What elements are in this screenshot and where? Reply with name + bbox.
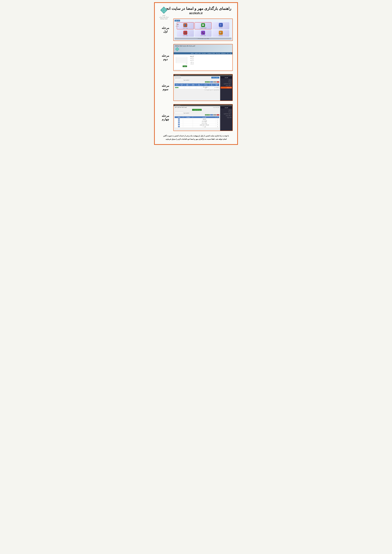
ss4-sidebar-title: کنترل پنل	[221, 107, 232, 108]
ss3-sidebar: کنترل پنل پیشخوان نوشته ها درخواست های ت…	[220, 76, 232, 101]
ss4-sidebar-news: خبر مالی شرکت	[221, 115, 232, 117]
step4-row: accksh.ir/admin کنترل پنل پیشخوان نوشته …	[159, 104, 233, 131]
ss3-sidebar-posts: نوشته ها	[221, 81, 232, 83]
ss4-sidebar-requests: درخواست های تلویزیه	[221, 113, 232, 115]
ss4-new-btn[interactable]: مهر و امضا شرکت +	[192, 109, 202, 111]
ss2-site-title: انجمن شرکت های عمرانی استان کرمانشاه	[175, 45, 195, 47]
ss1-icon-portal: 👤 ورود به پرتال	[177, 22, 194, 29]
ss4-main: کنترل پنل مدیریت لیست اسناد نیما سازه با…	[174, 106, 220, 131]
logo-text: انجمن شرکت های عمرانی استان کرمانشاه	[159, 14, 168, 20]
ss4-btn-count: تعداد سطر	[205, 114, 210, 116]
ss3-btn-row: قبل کنسل چاپ تعداد سطر	[175, 81, 219, 83]
ss4-sidebar: کنترل پنل پیشخوان نوشته ها درخواست های ت…	[220, 106, 232, 131]
ss3-sidebar-title: کنترل پنل	[221, 77, 232, 78]
ss4-btn-cancel: کنسل	[213, 114, 217, 116]
ss4-sidebar-posts: نوشته ها	[221, 111, 232, 113]
ss2-username-field: نام کاربری	[176, 57, 194, 59]
step3-row: accksh.ir/admin کنترل پنل پیشخوان نوشته …	[159, 74, 233, 101]
table-row: ۱ اساسنامه ⬆	[175, 118, 219, 120]
logo-icon	[160, 6, 168, 14]
step2-screenshot: انجمن شرکت های عمرانی استان کرمانشاه منو…	[173, 44, 233, 71]
ss1-icon-search: 🔍 جستجو آپلینا	[212, 30, 229, 37]
ss1-icons-grid: ✈ لینک کلاه 💬 گفتگو و پیشنهادات	[177, 22, 229, 37]
table-row: ۵ فرم ۲۰۰ ⬆	[175, 126, 219, 128]
step1-screenshot: ثبت نظر ✉ ★★★★ ✈ لینک کلاه	[173, 19, 233, 41]
ss4-window-bar: accksh.ir/admin	[174, 104, 232, 106]
ss3-sidebar-news: خبر مالی شرکت	[221, 85, 232, 86]
table-row: ۳ روزنامه رسمی ⬆	[175, 122, 219, 124]
ss3-sidebar-requests: درخواست های تلویزیه	[221, 83, 232, 84]
ss1-logo: ✉ ★★★★	[176, 23, 179, 27]
ss4-sidebar-docs: اسناد شرکت	[221, 117, 232, 118]
subtitle-url: accksh.ir	[161, 11, 231, 15]
ss3-body: کنترل پنل پیشخوان نوشته ها درخواست های ت…	[174, 76, 232, 101]
ss3-btn-print: چاپ	[210, 81, 213, 83]
ss4-search-row: جستجوی سریع	[175, 112, 219, 114]
ss4-btn-row: قبل کنسل چاپ تعداد سطر	[175, 114, 219, 116]
table-row: ۱۴۰۱/۱۲/۱۵ ۰۰۰۰۰۰۰ پر تصویت سال ۱۴۰۳ پرد…	[175, 86, 219, 89]
ss3-btn-count: تعداد سطر	[205, 81, 210, 83]
step4-screenshot: accksh.ir/admin کنترل پنل پیشخوان نوشته …	[173, 104, 233, 131]
step1-row: ثبت نظر ✉ ★★★★ ✈ لینک کلاه	[159, 19, 233, 41]
ss1-topbar: ثبت نظر	[175, 20, 231, 21]
ss4-page-title: لیست اسناد نیما سازه باختر	[175, 107, 187, 108]
step4-label: مرحله چهارم	[159, 114, 172, 121]
ss1-icon-linkkola: ✈ لینک کلاه	[212, 22, 229, 29]
ss2-displayname-field: نام کاربری	[176, 59, 194, 61]
ss1-icon-contact: 📞 تماس با انجمن	[195, 30, 212, 37]
svg-marker-5	[176, 48, 179, 51]
ss2-logo-icon	[175, 47, 179, 51]
header-section: انجمن شرکت های عمرانی استان کرمانشاه راه…	[159, 6, 233, 17]
ss3-sidebar-pichan: پیشخوان	[221, 79, 232, 81]
ss4-table: # عنوان سند توضیحات عملیات ۱ اساسنامه	[175, 116, 219, 128]
step2-label: مرحله دوم	[159, 54, 172, 61]
ss2-nav: منو خانه جستجو آنلینا نوزندنی ها انتقادا…	[174, 52, 232, 54]
ss3-page-title: نمایش سایت	[211, 77, 219, 78]
ss1-icon-services: 🎧 خدمات سایت	[177, 30, 194, 37]
step1-label: مرحله اول	[159, 26, 172, 33]
ss4-body: کنترل پنل پیشخوان نوشته ها درخواست های ت…	[174, 106, 232, 131]
ss3-sidebar-docs: اسناد شرکت	[221, 87, 232, 89]
ss4-btn-print: چاپ	[210, 114, 213, 116]
ss3-table: شماره کاربر رقم باقی توضیحات زمان پرداخت…	[175, 83, 219, 89]
ss2-form: فرم ورود نام کاربری نام کاربری رمز عبور	[176, 55, 194, 67]
ss4-sidebar-pichan: پیشخوان	[221, 109, 232, 111]
step2-row: انجمن شرکت های عمرانی استان کرمانشاه منو…	[159, 44, 233, 71]
ss2-form-title: فرم ورود	[176, 55, 194, 57]
ss2-login-btn: ورود	[182, 65, 187, 67]
ss1-footer: سامانه مدیریت محتوا نسخه ۱.۰۴۸	[175, 38, 231, 40]
ss3-main: نمایش سایت کنترل پنل مدیریت جستجوی سریع …	[174, 76, 220, 101]
ss2-password-field: رمز عبور	[176, 61, 194, 63]
step3-screenshot: accksh.ir/admin کنترل پنل پیشخوان نوشته …	[173, 74, 233, 101]
ss2-top: انجمن شرکت های عمرانی استان کرمانشاه	[174, 44, 232, 52]
ss3-btn-cancel: کنسل	[213, 81, 217, 83]
ss3-topbar: نمایش سایت کنترل پنل مدیریت	[175, 77, 219, 78]
ss4-btn-back: قبل	[217, 114, 219, 116]
ss3-pagination: تعداد قابل نمایش: ۱ داده جهت نمایش (۱ از…	[175, 90, 219, 90]
ss3-btn-back: قبل	[217, 81, 219, 83]
ss1-login-btn: ثبت نظر	[175, 20, 180, 21]
ss2-form-area: فرم ورود نام کاربری نام کاربری رمز عبور	[174, 54, 232, 68]
table-row: ۲ اظهارنامه ثبتی ⬆	[175, 120, 219, 122]
ss3-search-row: جستجوی سریع	[175, 79, 219, 81]
main-title: راهنمای بارگذاری مهر و امضا در سایت انجم…	[161, 6, 231, 11]
page-container: انجمن شرکت های عمرانی استان کرمانشاه راه…	[154, 2, 238, 145]
step3-label: مرحله سوم	[159, 84, 172, 91]
ss2-remember-field: یادم باشد	[176, 63, 194, 64]
footer-text: با توجه به راه اندازی سایت انجمن، از اول…	[159, 134, 233, 141]
ss1-icon-chat: 💬 گفتگو و پیشنهادات	[195, 22, 212, 29]
ss3-window-bar: accksh.ir/admin	[174, 74, 232, 76]
logo-area: انجمن شرکت های عمرانی استان کرمانشاه	[159, 6, 168, 20]
ss2-footer: Activate Windows	[174, 69, 232, 70]
table-row: ۴ صورتجلسه مجمع عمومی ⬆	[175, 124, 219, 126]
